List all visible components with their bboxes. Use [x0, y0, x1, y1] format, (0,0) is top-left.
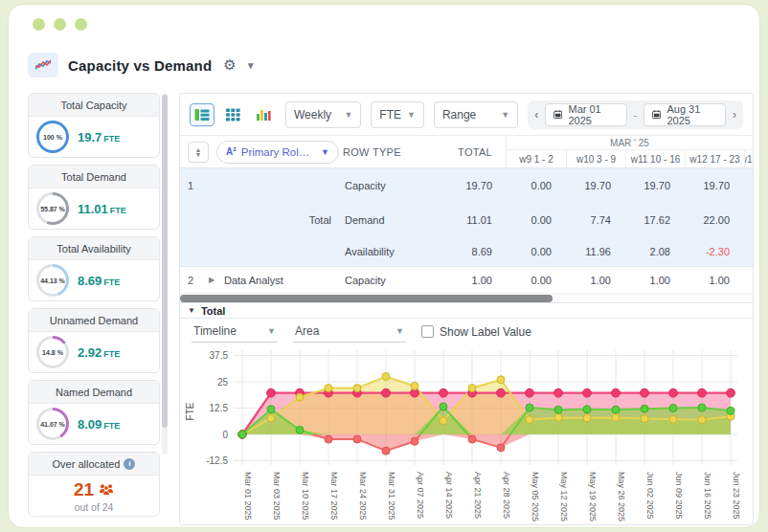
svg-text:Jun 02 2025: Jun 02 2025 [645, 472, 655, 520]
capacity-demand-chart: 37.52512.50-12.5FTEMar 01 2025Mar 03 202… [180, 344, 753, 526]
next-range-button[interactable]: › [733, 108, 736, 122]
settings-gear-icon[interactable]: ⚙ [223, 56, 236, 74]
expand-row-icon[interactable]: ▶ [209, 276, 224, 284]
row-type-value: Availability [343, 246, 435, 257]
svg-text:Apr 28 2025: Apr 28 2025 [502, 472, 511, 519]
svg-text:Mar 03 2025: Mar 03 2025 [272, 472, 282, 521]
week-column-header: w9 1 - 2 [507, 150, 566, 167]
toolbar: Weekly▼ FTE▼ Range▼ ‹ Mar 01 2025 [180, 94, 753, 136]
svg-text:May 12 2025: May 12 2025 [559, 472, 569, 521]
timeline-select[interactable]: Timeline▼ [192, 321, 278, 343]
metric-card: Total Capacity100 %19.7FTE [28, 93, 160, 158]
chart-style-select[interactable]: Area▼ [293, 321, 406, 343]
svg-text:Mar 01 2025: Mar 01 2025 [243, 472, 253, 521]
week-value: 0.00 [506, 275, 565, 286]
svg-text:Jun 16 2025: Jun 16 2025 [703, 472, 712, 520]
window-dot-icon[interactable] [33, 18, 45, 31]
chevron-down-icon: ▼ [407, 110, 416, 120]
percent-donut: 55.87 % [36, 192, 69, 225]
week-value: 1.00 [684, 275, 743, 286]
week-headers: w9 1 - 2w10 3 - 9w11 10 - 16w12 17 - 23w… [507, 150, 753, 167]
app-window: Capacity vs Demand ⚙ ▼ Total Capacity100… [8, 4, 760, 528]
row-type-header: ROW TYPE [343, 136, 435, 167]
total-value: 8.69 [435, 246, 506, 257]
svg-text:Mar 31 2025: Mar 31 2025 [387, 472, 396, 521]
metric-card-title: Unnamed Demand [29, 309, 159, 332]
people-icon [99, 483, 114, 496]
main-panel: Weekly▼ FTE▼ Range▼ ‹ Mar 01 2025 [179, 93, 754, 525]
metric-card-title: Total Availability [29, 237, 159, 260]
sort-az-icon: Az [226, 145, 237, 157]
total-section-label: Total [201, 305, 225, 317]
view-bar-chart-icon[interactable] [251, 103, 276, 126]
table-header: ▲▼ Az Primary Role + Resource... ▼ ROW T… [180, 136, 753, 168]
month-group-header: MAR ' 25 [507, 136, 753, 150]
svg-text:0: 0 [222, 430, 228, 440]
window-dot-icon[interactable] [75, 18, 87, 31]
page-header: Capacity vs Demand ⚙ ▼ [28, 53, 256, 78]
percent-donut: 44.13 % [36, 264, 69, 297]
total-value: 1.00 [435, 275, 506, 286]
svg-text:May 26 2025: May 26 2025 [617, 472, 626, 521]
svg-text:May 05 2025: May 05 2025 [531, 472, 540, 521]
metric-value: 11.01FTE [78, 202, 126, 216]
group-name: Data Analyst [224, 275, 343, 286]
sort-toggle-button[interactable]: ▲▼ [188, 142, 209, 163]
svg-text:Mar 10 2025: Mar 10 2025 [301, 472, 310, 521]
total-header: TOTAL [435, 136, 506, 167]
svg-text:May 19 2025: May 19 2025 [588, 472, 598, 521]
checkbox-icon[interactable] [421, 325, 434, 338]
table-row[interactable]: TotalDemand11.010.007.7417.6222.00 [180, 203, 753, 237]
percent-label: 41.07 % [39, 410, 66, 437]
metric-card: Unnamed Demand14.8 %2.92FTE [28, 308, 160, 373]
svg-text:-12.5: -12.5 [206, 455, 228, 466]
chart-controls: Timeline▼ Area▼ Show Label Value [180, 319, 753, 344]
view-grid-sidebar-icon[interactable] [190, 103, 215, 126]
horizontal-scrollbar[interactable] [180, 293, 753, 302]
range-select[interactable]: Range▼ [434, 101, 518, 128]
date-from-button[interactable]: Mar 01 2025 [545, 103, 626, 126]
week-value: 1.00 [624, 275, 684, 286]
total-section-toggle[interactable]: ▼ Total [180, 302, 753, 319]
table-row[interactable]: Availability8.690.0011.962.08-2.30 [180, 237, 753, 266]
date-to-button[interactable]: Aug 31 2025 [644, 103, 726, 126]
week-value: 11.96 [565, 246, 624, 257]
metrics-sidebar: Total Capacity100 %19.7FTETotal Demand55… [28, 93, 160, 523]
row-index: 2 [188, 275, 209, 286]
metric-card: Total Demand55.87 %11.01FTE [28, 165, 160, 230]
percent-label: 44.13 % [39, 267, 66, 294]
view-grid-icon[interactable] [220, 103, 245, 126]
calendar-icon [553, 109, 562, 120]
show-label-value-checkbox[interactable]: Show Label Value [421, 325, 531, 339]
week-value: 22.00 [684, 214, 743, 226]
percent-donut: 14.8 % [36, 336, 69, 368]
row-type-value: Capacity [343, 275, 435, 286]
svg-text:Apr 21 2025: Apr 21 2025 [473, 472, 483, 519]
window-dot-icon[interactable] [54, 18, 66, 31]
chevron-down-icon: ▼ [395, 326, 404, 336]
chevron-down-icon: ▼ [501, 110, 509, 120]
week-value: 7.74 [565, 214, 624, 226]
table-row[interactable]: 1Capacity19.700.0019.7019.7019.70 [180, 168, 753, 203]
percent-label: 14.8 % [39, 339, 66, 366]
grouping-select[interactable]: Az Primary Role + Resource... ▼ [216, 141, 339, 164]
prev-range-button[interactable]: ‹ [534, 108, 538, 122]
week-value: 0.00 [506, 214, 565, 226]
period-select[interactable]: Weekly▼ [285, 101, 361, 128]
row-type-value: Demand [343, 214, 435, 226]
sidebar-scrollbar[interactable] [162, 93, 168, 454]
percent-label: 100 % [39, 123, 66, 150]
week-value: 2.08 [624, 246, 684, 257]
percent-donut: 41.07 % [36, 408, 69, 440]
date-separator: - [634, 109, 638, 121]
unit-select[interactable]: FTE▼ [371, 101, 424, 128]
percent-donut: 100 % [36, 121, 69, 153]
info-icon[interactable]: i [124, 458, 135, 470]
metric-value: 8.09FTE [78, 417, 120, 432]
week-value: 1.00 [565, 275, 624, 286]
table-row[interactable]: 2▶Data AnalystCapacity1.000.001.001.001.… [180, 266, 753, 293]
week-value: 19.70 [684, 180, 743, 191]
group-name: Total [209, 214, 343, 226]
calendar-icon [652, 109, 661, 120]
header-dropdown-caret-icon[interactable]: ▼ [246, 60, 256, 71]
